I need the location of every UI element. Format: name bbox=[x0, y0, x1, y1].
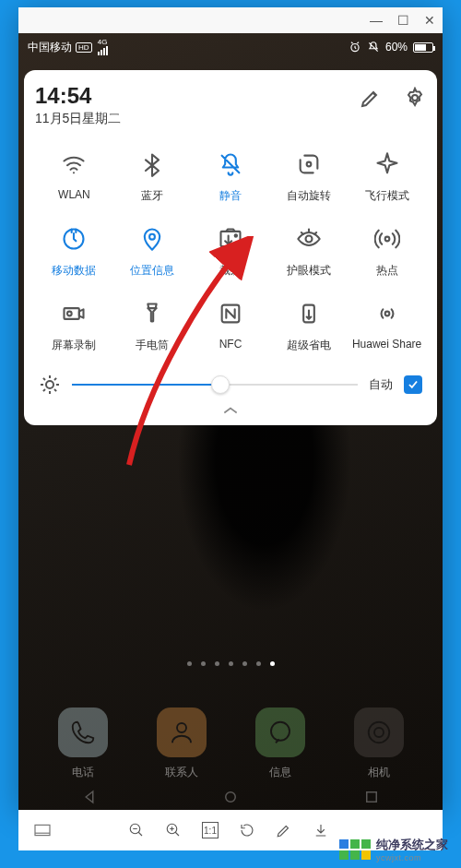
tile-label: 超级省电 bbox=[287, 338, 331, 353]
mute-icon bbox=[216, 149, 245, 179]
tile-label: 截屏 bbox=[219, 263, 242, 279]
nav-back-icon[interactable] bbox=[81, 789, 98, 805]
torch-icon bbox=[137, 299, 167, 328]
tile-rotate[interactable]: 自动旋转 bbox=[269, 149, 348, 204]
share-icon bbox=[372, 299, 402, 328]
brightness-slider[interactable] bbox=[72, 375, 358, 394]
data-icon bbox=[59, 224, 89, 254]
signal-icon bbox=[98, 46, 108, 55]
brightness-icon bbox=[39, 374, 61, 396]
dock-item-2[interactable]: 信息 bbox=[255, 707, 305, 780]
tile-label: 手电筒 bbox=[136, 338, 169, 353]
layout-toggle-icon[interactable] bbox=[33, 823, 52, 838]
hotspot-icon bbox=[372, 224, 402, 254]
svg-point-1 bbox=[412, 95, 418, 101]
zoom-ratio-button[interactable]: 1:1 bbox=[202, 822, 219, 838]
airplane-icon bbox=[372, 149, 402, 179]
tile-wlan[interactable]: WLAN bbox=[35, 149, 113, 204]
svg-point-18 bbox=[374, 728, 384, 737]
svg-point-10 bbox=[67, 312, 72, 316]
dock-label: 相机 bbox=[368, 765, 390, 780]
svg-point-17 bbox=[368, 722, 389, 743]
android-nav-bar bbox=[18, 784, 443, 810]
tile-bt[interactable]: 蓝牙 bbox=[113, 149, 192, 204]
battery-percent: 60% bbox=[385, 41, 408, 54]
tile-torch[interactable]: 手电筒 bbox=[113, 299, 192, 353]
tile-share[interactable]: Huawei Share bbox=[348, 299, 426, 353]
tile-shot[interactable]: 截屏 bbox=[192, 224, 270, 279]
quick-settings-grid: WLAN蓝牙静音自动旋转飞行模式移动数据位置信息截屏护眼模式热点屏幕录制手电筒N… bbox=[35, 149, 426, 353]
tile-label: 热点 bbox=[376, 263, 398, 279]
svg-rect-21 bbox=[35, 825, 50, 835]
wlan-icon bbox=[59, 149, 89, 179]
collapse-handle[interactable] bbox=[35, 396, 426, 418]
dock-label: 联系人 bbox=[165, 765, 198, 780]
tile-eye[interactable]: 护眼模式 bbox=[269, 224, 348, 279]
auto-brightness-label: 自动 bbox=[369, 376, 393, 393]
watermark-logo-icon bbox=[339, 839, 371, 860]
dock-item-0[interactable]: 电话 bbox=[58, 707, 108, 780]
panel-time: 14:54 bbox=[35, 83, 360, 109]
panel-date: 11月5日星期二 bbox=[35, 111, 360, 127]
download-icon[interactable] bbox=[313, 822, 329, 838]
svg-point-16 bbox=[271, 722, 290, 741]
tile-hotspot[interactable]: 热点 bbox=[348, 224, 426, 279]
status-bar: 中国移动 HD 4G 60% bbox=[18, 33, 443, 61]
edit-tool-icon[interactable] bbox=[276, 822, 292, 838]
carrier-label: 中国移动 bbox=[28, 40, 72, 55]
svg-point-4 bbox=[149, 234, 155, 240]
loc-icon bbox=[137, 224, 167, 254]
tile-save[interactable]: 超级省电 bbox=[269, 299, 348, 353]
auto-brightness-checkbox[interactable] bbox=[404, 375, 422, 394]
tile-data[interactable]: 移动数据 bbox=[35, 224, 113, 279]
svg-point-14 bbox=[46, 381, 53, 388]
dock-app-icon bbox=[255, 707, 305, 757]
tile-rec[interactable]: 屏幕录制 bbox=[35, 299, 113, 353]
svg-rect-20 bbox=[367, 792, 377, 803]
dock-label: 信息 bbox=[269, 765, 291, 780]
maximize-button[interactable]: ☐ bbox=[397, 14, 409, 27]
dock-item-3[interactable]: 相机 bbox=[354, 707, 404, 780]
tile-mute[interactable]: 静音 bbox=[192, 149, 270, 204]
page-indicator bbox=[18, 661, 443, 666]
dock-app-icon bbox=[354, 707, 404, 757]
zoom-in-icon[interactable] bbox=[165, 822, 182, 838]
minimize-button[interactable]: — bbox=[370, 14, 383, 27]
dock-item-1[interactable]: 联系人 bbox=[157, 707, 207, 780]
phone-screen: 中国移动 HD 4G 60% 14:54 11月5日星期二 bbox=[18, 33, 443, 810]
tile-label: 屏幕录制 bbox=[52, 338, 96, 353]
tile-loc[interactable]: 位置信息 bbox=[113, 224, 192, 279]
eye-icon bbox=[294, 224, 324, 254]
bt-icon bbox=[137, 149, 167, 179]
window-titlebar: — ☐ ✕ bbox=[18, 7, 443, 33]
tile-label: 飞行模式 bbox=[365, 188, 409, 204]
alarm-icon bbox=[349, 41, 361, 54]
dock-label: 电话 bbox=[72, 765, 94, 780]
zoom-out-icon[interactable] bbox=[128, 822, 145, 838]
nav-recent-icon[interactable] bbox=[363, 789, 380, 805]
tile-nfc[interactable]: NFC bbox=[192, 299, 270, 353]
tile-label: 护眼模式 bbox=[287, 263, 331, 279]
tile-label: 蓝牙 bbox=[141, 188, 163, 204]
battery-icon bbox=[413, 42, 433, 53]
mute-status-icon bbox=[367, 41, 380, 54]
tile-label: 位置信息 bbox=[130, 263, 174, 279]
nav-home-icon[interactable] bbox=[222, 789, 239, 805]
edit-icon[interactable] bbox=[360, 87, 382, 109]
svg-point-2 bbox=[306, 162, 311, 167]
network-type: 4G bbox=[98, 39, 108, 46]
close-button[interactable]: ✕ bbox=[424, 14, 435, 27]
tile-airplane[interactable]: 飞行模式 bbox=[348, 149, 426, 204]
svg-point-19 bbox=[226, 792, 236, 803]
watermark: 纯净系统之家 ycwjxt.com bbox=[339, 837, 448, 862]
rotate-icon[interactable] bbox=[239, 822, 255, 838]
tile-label: Huawei Share bbox=[352, 338, 421, 351]
quick-settings-panel: 14:54 11月5日星期二 WLAN蓝牙静音自动旋转飞行模式移动数据位置信息截… bbox=[24, 70, 437, 425]
svg-point-6 bbox=[235, 234, 237, 236]
dock-app-icon bbox=[58, 707, 108, 757]
rotate-icon bbox=[294, 149, 324, 179]
svg-point-13 bbox=[384, 312, 389, 316]
svg-point-7 bbox=[305, 236, 312, 243]
nfc-icon bbox=[216, 299, 245, 328]
settings-icon[interactable] bbox=[404, 87, 426, 109]
